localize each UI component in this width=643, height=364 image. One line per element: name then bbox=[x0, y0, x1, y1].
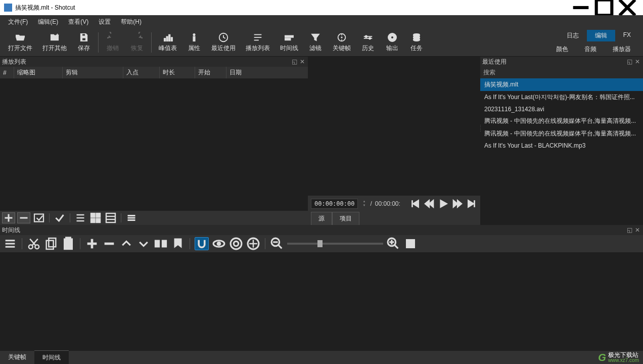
remove-button[interactable] bbox=[102, 237, 116, 250]
zoom-thumb[interactable] bbox=[317, 240, 323, 247]
folder-open-icon bbox=[15, 32, 26, 43]
recent-undock-icon[interactable]: ◱ bbox=[626, 58, 633, 65]
ripple-all-button[interactable] bbox=[246, 237, 260, 250]
view-icons-button[interactable] bbox=[104, 212, 117, 223]
recent-item[interactable]: 搞笑视频.mlt bbox=[480, 78, 643, 91]
timeline-button[interactable]: 时间线 bbox=[275, 29, 303, 56]
menu-settings[interactable]: 设置 bbox=[95, 16, 115, 28]
view-list-button[interactable] bbox=[74, 212, 87, 223]
timeline-menu-button[interactable] bbox=[3, 237, 17, 250]
playlist-button[interactable]: 播放列表 bbox=[241, 29, 275, 56]
timeline-undock-icon[interactable]: ◱ bbox=[626, 226, 633, 234]
panel-undock-icon[interactable]: ◱ bbox=[291, 58, 298, 65]
maximize-button[interactable] bbox=[592, 0, 616, 15]
svg-rect-1 bbox=[596, 0, 612, 15]
append-button[interactable] bbox=[85, 237, 99, 250]
jobs-button[interactable]: 任务 bbox=[404, 29, 429, 56]
tab-project[interactable]: 项目 bbox=[332, 212, 359, 225]
bottom-tabs: 关键帧 时间线 G 极光下载站 www.xz7.com bbox=[0, 351, 643, 364]
menu-help[interactable]: 帮助(H) bbox=[117, 16, 146, 28]
tab-timeline-bottom[interactable]: 时间线 bbox=[34, 350, 69, 364]
export-button[interactable]: 输出 bbox=[380, 29, 404, 56]
col-in[interactable]: 入点 bbox=[123, 67, 160, 78]
col-dur[interactable]: 时长 bbox=[160, 67, 195, 78]
properties-button[interactable]: 属性 bbox=[182, 29, 206, 56]
zoom-slider[interactable] bbox=[287, 243, 383, 245]
col-thumb[interactable]: 缩略图 bbox=[14, 67, 63, 78]
time-spin-down[interactable]: ▼ bbox=[361, 204, 367, 208]
svg-point-62 bbox=[29, 245, 33, 249]
undo-button[interactable]: 撤销 bbox=[101, 29, 125, 56]
open-other-button[interactable]: 打开其他 bbox=[37, 29, 72, 56]
recent-title: 最近使用 bbox=[482, 58, 507, 66]
recent-item[interactable]: 腾讯视频 - 中国领先的在线视频媒体平台,海量高清视频... bbox=[480, 115, 643, 127]
snap-button[interactable] bbox=[195, 237, 209, 250]
tab-edit[interactable]: 编辑 bbox=[587, 30, 615, 41]
tab-fx[interactable]: FX bbox=[615, 30, 639, 41]
timeline-body[interactable] bbox=[0, 252, 643, 351]
keyframes-button[interactable]: 关键帧 bbox=[328, 29, 356, 56]
svg-line-83 bbox=[279, 245, 282, 248]
recent-button[interactable]: 最近使用 bbox=[206, 29, 241, 56]
skip-end-button[interactable] bbox=[466, 198, 477, 209]
splitter-handle[interactable]: ⋮⋮⋮ bbox=[478, 126, 480, 142]
lift-button[interactable] bbox=[119, 237, 133, 250]
time-spin-up[interactable]: ▲ bbox=[361, 200, 367, 204]
menu-edit[interactable]: 编辑(E) bbox=[34, 16, 62, 28]
col-clip[interactable]: 剪辑 bbox=[63, 67, 123, 78]
playlist-check-button[interactable] bbox=[53, 212, 66, 223]
current-time-input[interactable]: 00:00:00:00 bbox=[311, 199, 358, 209]
save-button[interactable]: 保存 bbox=[72, 29, 96, 56]
filters-button[interactable]: 滤镜 bbox=[303, 29, 328, 56]
zoom-fit-button[interactable] bbox=[403, 237, 418, 250]
recent-item[interactable]: As If It's Your Last(마지막처럼)-网友别名：韩国证件照..… bbox=[480, 91, 643, 104]
rewind-button[interactable] bbox=[424, 198, 435, 209]
recent-close-icon[interactable]: ✕ bbox=[634, 58, 641, 65]
folder-plus-icon bbox=[49, 32, 60, 43]
history-button[interactable]: 历史 bbox=[356, 29, 380, 56]
play-button[interactable] bbox=[438, 198, 449, 209]
timeline-close-icon[interactable]: ✕ bbox=[634, 226, 641, 234]
overwrite-button[interactable] bbox=[136, 237, 151, 250]
col-start[interactable]: 开始 bbox=[195, 67, 226, 78]
panel-close-icon[interactable]: ✕ bbox=[299, 58, 306, 65]
tab-color[interactable]: 颜色 bbox=[548, 43, 576, 55]
redo-button[interactable]: 恢复 bbox=[125, 29, 149, 56]
tab-player[interactable]: 播放器 bbox=[605, 43, 639, 55]
playlist-body[interactable] bbox=[0, 79, 308, 211]
playlist-menu-button[interactable] bbox=[125, 212, 138, 223]
marker-button[interactable] bbox=[171, 237, 185, 250]
skip-start-button[interactable] bbox=[409, 198, 421, 209]
recent-item[interactable]: As If It's Your Last - BLACKPINK.mp3 bbox=[480, 140, 643, 151]
tab-log[interactable]: 日志 bbox=[559, 30, 587, 41]
menu-file[interactable]: 文件(F) bbox=[4, 16, 32, 28]
split-button[interactable] bbox=[154, 237, 168, 250]
copy-button[interactable] bbox=[44, 237, 58, 250]
col-num[interactable]: # bbox=[0, 67, 14, 78]
peak-meter-button[interactable]: 峰值表 bbox=[154, 29, 182, 56]
playlist-update-button[interactable] bbox=[32, 212, 45, 223]
ripple-button[interactable] bbox=[229, 237, 243, 250]
tab-source[interactable]: 源 bbox=[311, 212, 332, 225]
view-tiles-button[interactable] bbox=[89, 212, 102, 223]
timeline-label: 时间线 bbox=[280, 44, 298, 53]
playlist-add-button[interactable] bbox=[2, 212, 15, 223]
recent-item[interactable]: 腾讯视频 - 中国领先的在线视频媒体平台,海量高清视频... bbox=[480, 127, 643, 140]
open-file-button[interactable]: 打开文件 bbox=[3, 29, 37, 56]
col-date[interactable]: 日期 bbox=[226, 67, 308, 78]
close-button[interactable] bbox=[616, 0, 639, 15]
zoom-out-button[interactable] bbox=[270, 237, 284, 250]
menu-view[interactable]: 查看(V) bbox=[64, 16, 93, 28]
tab-audio[interactable]: 音频 bbox=[576, 43, 605, 55]
scrub-button[interactable] bbox=[212, 237, 226, 250]
cut-button[interactable] bbox=[27, 237, 41, 250]
forward-button[interactable] bbox=[452, 198, 463, 209]
tab-keyframes-bottom[interactable]: 关键帧 bbox=[0, 350, 34, 364]
recent-search-label[interactable]: 搜索 bbox=[480, 67, 643, 78]
zoom-in-button[interactable] bbox=[386, 237, 400, 250]
preview-area[interactable]: ⋮⋮⋮ bbox=[308, 57, 480, 196]
minimize-button[interactable] bbox=[569, 0, 592, 15]
playlist-remove-button[interactable] bbox=[17, 212, 30, 223]
paste-button[interactable] bbox=[61, 237, 75, 250]
recent-item[interactable]: 20231116_131428.avi bbox=[480, 104, 643, 115]
